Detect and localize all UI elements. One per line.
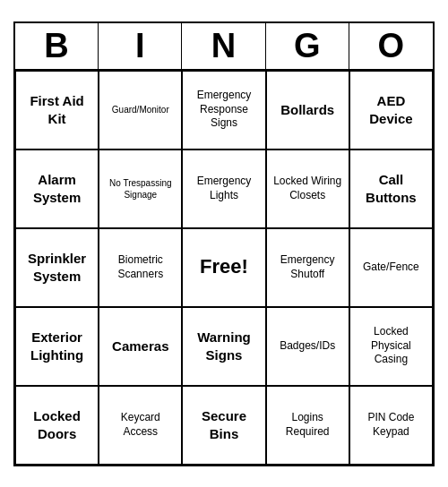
bingo-cell-3[interactable]: Bollards [266,71,349,150]
bingo-cell-8[interactable]: Locked Wiring Closets [266,150,349,228]
bingo-cell-23[interactable]: Logins Required [266,386,349,465]
bingo-cell-16[interactable]: Cameras [99,307,182,386]
bingo-letter-g: G [266,23,349,69]
bingo-cell-4[interactable]: AED Device [349,71,433,150]
bingo-cell-17[interactable]: Warning Signs [182,307,265,386]
bingo-grid: First Aid KitGuard/MonitorEmergency Resp… [15,71,433,465]
bingo-cell-21[interactable]: Keycard Access [99,386,182,465]
bingo-cell-19[interactable]: Locked Physical Casing [349,307,433,386]
bingo-header: BINGO [15,23,433,71]
bingo-cell-10[interactable]: Sprinkler System [15,228,99,307]
bingo-cell-5[interactable]: Alarm System [15,150,99,228]
bingo-card: BINGO First Aid KitGuard/MonitorEmergenc… [13,21,435,466]
bingo-letter-b: B [15,23,99,69]
bingo-cell-1[interactable]: Guard/Monitor [99,71,182,150]
bingo-cell-18[interactable]: Badges/IDs [266,307,349,386]
bingo-cell-9[interactable]: Call Buttons [349,150,433,228]
bingo-cell-2[interactable]: Emergency Response Signs [182,71,265,150]
bingo-cell-20[interactable]: Locked Doors [15,386,99,465]
bingo-cell-13[interactable]: Emergency Shutoff [266,228,349,307]
bingo-letter-o: O [349,23,433,69]
bingo-cell-12[interactable]: Free! [182,228,265,307]
bingo-cell-14[interactable]: Gate/Fence [349,228,433,307]
bingo-cell-0[interactable]: First Aid Kit [15,71,99,150]
bingo-cell-7[interactable]: Emergency Lights [182,150,265,228]
bingo-letter-n: N [182,23,265,69]
bingo-cell-24[interactable]: PIN Code Keypad [349,386,433,465]
bingo-cell-11[interactable]: Biometric Scanners [99,228,182,307]
bingo-letter-i: I [99,23,182,69]
bingo-cell-15[interactable]: Exterior Lighting [15,307,99,386]
bingo-cell-22[interactable]: Secure Bins [182,386,265,465]
bingo-cell-6[interactable]: No Trespassing Signage [99,150,182,228]
